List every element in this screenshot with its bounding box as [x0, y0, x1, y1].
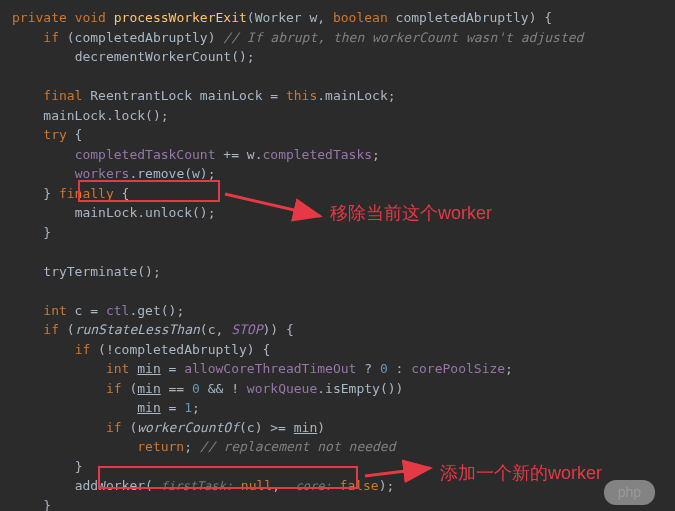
line-17: if (runStateLessThan(c, STOP)) { [43, 322, 293, 337]
line-1: private void processWorkerExit(Worker w,… [12, 10, 552, 25]
line-8: completedTaskCount += w.completedTasks; [75, 147, 380, 162]
line-7: try { [43, 127, 82, 142]
line-14: tryTerminate(); [43, 264, 160, 279]
line-18: if (!completedAbruptly) { [75, 342, 271, 357]
line-24: } [75, 459, 83, 474]
line-2: if (completedAbruptly) // If abrupt, the… [43, 30, 583, 45]
line-9: workers.remove(w); [75, 166, 216, 181]
line-22: if (workerCountOf(c) >= min) [106, 420, 325, 435]
line-26: } [43, 498, 51, 512]
code-editor[interactable]: private void processWorkerExit(Worker w,… [0, 0, 675, 511]
line-12: } [43, 225, 51, 240]
line-11: mainLock.unlock(); [75, 205, 216, 220]
line-21: min = 1; [137, 400, 200, 415]
line-10: } finally { [43, 186, 129, 201]
line-20: if (min == 0 && ! workQueue.isEmpty()) [106, 381, 403, 396]
line-23: return; // replacement not needed [137, 439, 395, 454]
line-6: mainLock.lock(); [43, 108, 168, 123]
line-25: addWorker( firstTask: null, core: false)… [75, 478, 395, 493]
line-19: int min = allowCoreThreadTimeOut ? 0 : c… [106, 361, 513, 376]
line-3: decrementWorkerCount(); [75, 49, 255, 64]
line-5: final ReentrantLock mainLock = this.main… [43, 88, 395, 103]
line-16: int c = ctl.get(); [43, 303, 184, 318]
